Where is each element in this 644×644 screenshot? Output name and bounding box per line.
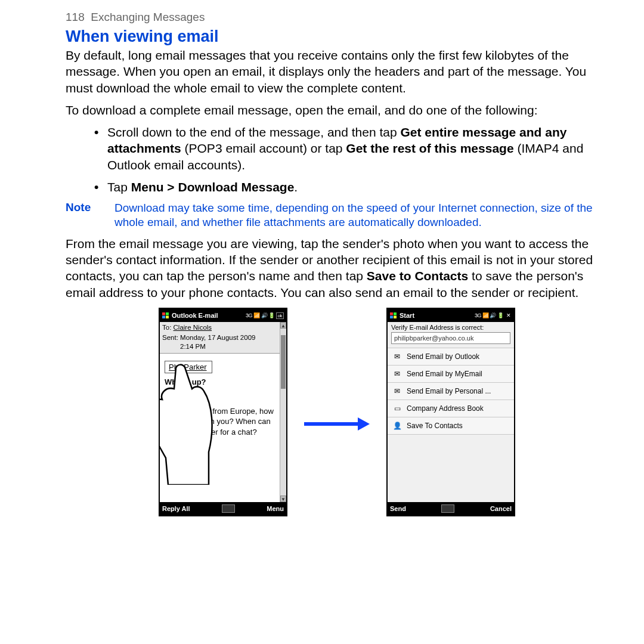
chapter-name: Exchanging Messages bbox=[91, 11, 205, 23]
address-book-icon: ▭ bbox=[392, 404, 402, 413]
keyboard-icon[interactable] bbox=[441, 504, 454, 513]
menu-button[interactable]: Menu bbox=[267, 505, 284, 512]
windows-flag-icon bbox=[390, 312, 397, 319]
note-label: Note bbox=[66, 201, 114, 230]
svg-rect-4 bbox=[390, 312, 393, 315]
option-company-address-book[interactable]: ▭ Company Address Book bbox=[388, 400, 514, 417]
option-send-myemail[interactable]: ✉ Send Email by MyEmail bbox=[388, 365, 514, 382]
running-header: 118 Exchanging Messages bbox=[66, 11, 608, 24]
close-button[interactable]: ✕ bbox=[505, 312, 512, 318]
bullet-item: Scroll down to the end of the message, a… bbox=[89, 124, 608, 173]
phone-screenshot-right: Start 3G 📶 🔊 🔋 ✕ Verify E-mail Address i… bbox=[386, 308, 515, 516]
phone-title: Start bbox=[400, 312, 414, 319]
keyboard-icon[interactable] bbox=[222, 504, 235, 513]
envelope-icon: ✉ bbox=[392, 352, 402, 361]
mail-body: What's up? Hi Claire, Just got back from… bbox=[160, 377, 286, 438]
option-save-to-contacts[interactable]: 👤 Save To Contacts bbox=[388, 417, 514, 435]
note-body: Download may take some time, depending o… bbox=[114, 201, 608, 230]
svg-rect-0 bbox=[162, 312, 165, 315]
phone-screenshot-left: Outlook E-mail 3G 📶 🔊 🔋 ok To: Claire Ni… bbox=[159, 308, 287, 516]
phone-bottombar: Reply All Menu bbox=[160, 502, 286, 515]
sender-name-link[interactable]: Phil Parker bbox=[165, 361, 212, 373]
envelope-icon: ✉ bbox=[392, 387, 402, 395]
phone-titlebar: Outlook E-mail 3G 📶 🔊 🔋 ok bbox=[160, 309, 286, 322]
contact-icon: 👤 bbox=[392, 422, 402, 430]
reply-all-button[interactable]: Reply All bbox=[162, 505, 190, 512]
phone-title: Outlook E-mail bbox=[172, 312, 218, 319]
envelope-icon: ✉ bbox=[392, 370, 402, 378]
recipient-link[interactable]: Claire Nicols bbox=[174, 324, 212, 331]
option-send-personal[interactable]: ✉ Send Email by Personal ... bbox=[388, 382, 514, 400]
phone-content: Verify E-mail Address is correct: philip… bbox=[388, 322, 514, 502]
page-number: 118 bbox=[66, 11, 85, 23]
flow-arrow-icon bbox=[304, 420, 370, 428]
verify-label: Verify E-mail Address is correct: bbox=[388, 322, 514, 332]
status-icons: 3G 📶 🔊 🔋 bbox=[475, 312, 504, 318]
bullet-list: Scroll down to the end of the message, a… bbox=[89, 124, 608, 195]
windows-flag-icon bbox=[162, 312, 169, 319]
svg-rect-5 bbox=[394, 312, 397, 315]
send-button[interactable]: Send bbox=[390, 505, 406, 512]
svg-rect-1 bbox=[166, 312, 169, 315]
mail-header: To: Claire Nicols Sent: Monday, 17 Augus… bbox=[160, 322, 286, 354]
paragraph: From the email message you are viewing, … bbox=[66, 236, 608, 301]
svg-rect-3 bbox=[166, 315, 169, 318]
option-send-outlook[interactable]: ✉ Send Email by Outlook bbox=[388, 348, 514, 365]
svg-rect-2 bbox=[162, 315, 165, 318]
scroll-up-arrow[interactable]: ▲ bbox=[280, 322, 286, 329]
section-heading: When viewing email bbox=[66, 27, 608, 46]
sender-block: Phil Parker bbox=[165, 361, 286, 373]
svg-rect-6 bbox=[390, 315, 393, 318]
email-field[interactable]: philipbparker@yahoo.co.uk bbox=[391, 332, 510, 344]
paragraph: To download a complete email message, op… bbox=[66, 102, 608, 118]
paragraph: By default, long email messages that you… bbox=[66, 47, 608, 96]
note: Note Download may take some time, depend… bbox=[66, 201, 608, 230]
phone-content: To: Claire Nicols Sent: Monday, 17 Augus… bbox=[160, 322, 286, 502]
status-icons: 3G 📶 🔊 🔋 bbox=[246, 312, 275, 318]
scroll-thumb[interactable] bbox=[281, 335, 286, 389]
phone-titlebar: Start 3G 📶 🔊 🔋 ✕ bbox=[388, 309, 514, 322]
svg-rect-7 bbox=[394, 315, 397, 318]
scrollbar[interactable]: ▲ ▼ bbox=[280, 322, 286, 502]
cancel-button[interactable]: Cancel bbox=[490, 505, 512, 512]
phone-bottombar: Send Cancel bbox=[388, 502, 514, 515]
screenshots-row: Outlook E-mail 3G 📶 🔊 🔋 ok To: Claire Ni… bbox=[66, 308, 608, 516]
scroll-down-arrow[interactable]: ▼ bbox=[280, 496, 286, 502]
bullet-item: Tap Menu > Download Message. bbox=[89, 179, 608, 195]
document-page: 118 Exchanging Messages When viewing ema… bbox=[0, 0, 644, 516]
ok-button[interactable]: ok bbox=[276, 312, 284, 319]
